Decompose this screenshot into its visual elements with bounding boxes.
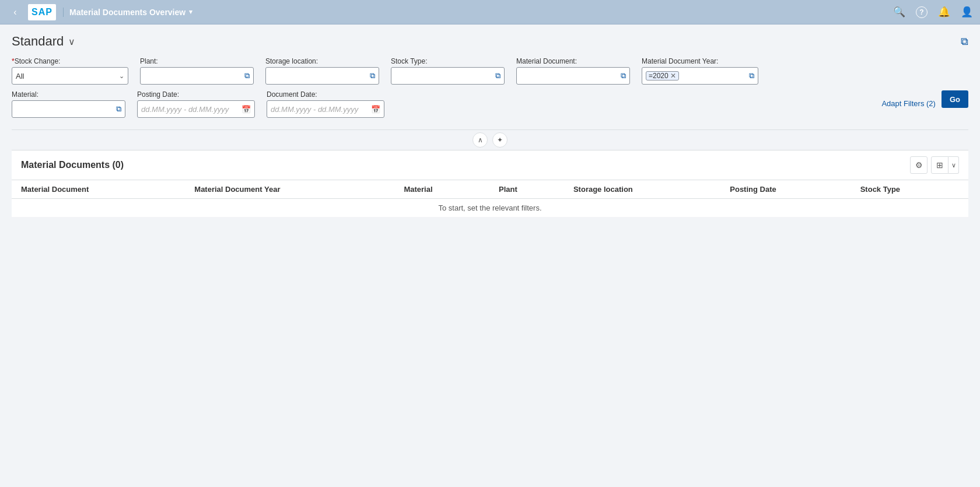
- filter-group-material: Material: ⧉: [12, 90, 125, 118]
- storage-location-label: Storage location:: [265, 57, 379, 65]
- empty-row: To start, set the relevant filters.: [12, 199, 968, 218]
- plant-expand-icon[interactable]: ⧉: [244, 71, 250, 80]
- plant-label: Plant:: [140, 57, 254, 65]
- material-document-input-wrap[interactable]: ⧉: [516, 67, 630, 85]
- filter-group-stock-type: Stock Type: ⧉: [391, 57, 505, 85]
- settings-button[interactable]: ⚙: [910, 156, 928, 174]
- required-asterisk: *: [12, 57, 15, 65]
- stock-type-expand-icon[interactable]: ⧉: [495, 71, 501, 80]
- table-view-toggle: ⊞ ∨: [931, 156, 959, 174]
- filter-group-plant: Plant: ⧉: [140, 57, 254, 85]
- filter-group-stock-change: *Stock Change: All ⌄: [12, 57, 128, 85]
- view-title[interactable]: Standard ∨: [12, 34, 75, 49]
- storage-location-input[interactable]: [270, 72, 368, 80]
- view-title-row: Standard ∨ ⧉: [12, 34, 968, 49]
- sap-logo-text: SAP: [32, 7, 52, 17]
- plant-input-wrap[interactable]: ⧉: [140, 67, 254, 85]
- settings-icon: ⚙: [915, 160, 923, 170]
- material-label: Material:: [12, 90, 125, 99]
- share-icon[interactable]: ⧉: [961, 36, 968, 48]
- stock-type-label: Stock Type:: [391, 57, 505, 65]
- posting-date-input[interactable]: [141, 105, 239, 114]
- document-date-label: Document Date:: [267, 90, 384, 99]
- app-header: ‹ SAP Material Documents Overview ▾ 🔍 ? …: [0, 0, 980, 24]
- stock-type-input[interactable]: [395, 72, 493, 80]
- view-caret-button[interactable]: ∨: [949, 156, 959, 174]
- view-caret-icon: ∨: [951, 162, 956, 169]
- stock-change-select-wrap[interactable]: All ⌄: [12, 67, 128, 85]
- collapse-bar: ∧ ✦: [12, 129, 968, 150]
- storage-location-expand-icon[interactable]: ⧉: [370, 71, 375, 80]
- storage-location-input-wrap[interactable]: ⧉: [265, 67, 379, 85]
- filter-row-2: Material: ⧉ Posting Date: 📅 Document Dat…: [12, 90, 968, 118]
- user-icon[interactable]: 👤: [961, 6, 973, 18]
- col-posting-date: Posting Date: [720, 180, 850, 199]
- sap-logo: SAP: [28, 4, 56, 20]
- posting-date-calendar-icon[interactable]: 📅: [242, 105, 251, 114]
- stock-change-value: All: [16, 72, 117, 80]
- col-stock-type: Stock Type: [851, 180, 968, 199]
- material-document-year-label: Material Document Year:: [642, 57, 758, 65]
- document-date-input-wrap[interactable]: 📅: [267, 100, 384, 118]
- material-input-wrap[interactable]: ⧉: [12, 100, 125, 118]
- material-document-year-input-wrap[interactable]: =2020 ✕ ⧉: [642, 67, 758, 85]
- view-title-text: Standard: [12, 34, 64, 49]
- stock-type-input-wrap[interactable]: ⧉: [391, 67, 505, 85]
- header-actions: 🔍 ? 🔔 👤: [893, 6, 973, 18]
- grid-icon: ⊞: [936, 160, 943, 170]
- notification-icon[interactable]: 🔔: [938, 6, 950, 18]
- material-document-input[interactable]: [520, 72, 618, 80]
- header-title-area: Material Documents Overview ▾: [63, 8, 192, 17]
- col-material-document-year: Material Document Year: [185, 180, 394, 199]
- grid-view-button[interactable]: ⊞: [931, 156, 949, 174]
- year-token-value: =2020: [649, 72, 668, 80]
- app-title: Material Documents Overview: [69, 8, 186, 17]
- view-title-caret-icon[interactable]: ∨: [68, 36, 75, 47]
- title-dropdown-icon[interactable]: ▾: [189, 8, 192, 16]
- select-arrow-icon: ⌄: [119, 72, 124, 80]
- filter-bar: *Stock Change: All ⌄ Plant: ⧉ Storage lo…: [12, 57, 968, 129]
- year-token-remove[interactable]: ✕: [670, 72, 676, 80]
- filter-group-material-document: Material Document: ⧉: [516, 57, 630, 85]
- pin-button[interactable]: ✦: [492, 132, 508, 148]
- document-date-calendar-icon[interactable]: 📅: [371, 105, 380, 114]
- help-icon[interactable]: ?: [916, 6, 928, 18]
- table-section: Material Documents (0) ⚙ ⊞ ∨ Materi: [12, 150, 968, 218]
- col-storage-location: Storage location: [564, 180, 720, 199]
- plant-input[interactable]: [144, 72, 242, 80]
- year-token: =2020 ✕: [646, 71, 679, 80]
- adapt-filters-link[interactable]: Adapt Filters (2): [881, 99, 935, 108]
- material-document-year-expand-icon[interactable]: ⧉: [749, 71, 754, 80]
- go-button[interactable]: Go: [942, 90, 968, 108]
- filter-group-material-document-year: Material Document Year: =2020 ✕ ⧉: [642, 57, 758, 85]
- stock-change-label: *Stock Change:: [12, 57, 128, 65]
- material-document-label: Material Document:: [516, 57, 630, 65]
- col-material: Material: [394, 180, 489, 199]
- back-button[interactable]: ‹: [7, 4, 23, 20]
- empty-message: To start, set the relevant filters.: [12, 199, 968, 218]
- table-title: Material Documents (0): [21, 160, 124, 170]
- filter-row-1: *Stock Change: All ⌄ Plant: ⧉ Storage lo…: [12, 57, 968, 85]
- document-date-input[interactable]: [271, 105, 369, 114]
- col-material-document: Material Document: [12, 180, 185, 199]
- data-table: Material Document Material Document Year…: [12, 180, 968, 218]
- posting-date-input-wrap[interactable]: 📅: [137, 100, 255, 118]
- filter-group-document-date: Document Date: 📅: [267, 90, 384, 118]
- col-plant: Plant: [489, 180, 564, 199]
- table-header-columns: Material Document Material Document Year…: [12, 180, 968, 199]
- filter-group-storage-location: Storage location: ⧉: [265, 57, 379, 85]
- collapse-button[interactable]: ∧: [473, 132, 488, 148]
- search-icon[interactable]: 🔍: [893, 6, 905, 18]
- material-document-expand-icon[interactable]: ⧉: [621, 71, 626, 80]
- table-header-row: Material Documents (0) ⚙ ⊞ ∨: [12, 150, 968, 180]
- material-expand-icon[interactable]: ⧉: [116, 104, 121, 114]
- material-input[interactable]: [16, 105, 114, 114]
- table-header-right: ⚙ ⊞ ∨: [910, 156, 959, 174]
- posting-date-label: Posting Date:: [137, 90, 255, 99]
- main-content: Standard ∨ ⧉ *Stock Change: All ⌄ Plant:: [0, 24, 980, 218]
- filter-group-posting-date: Posting Date: 📅: [137, 90, 255, 118]
